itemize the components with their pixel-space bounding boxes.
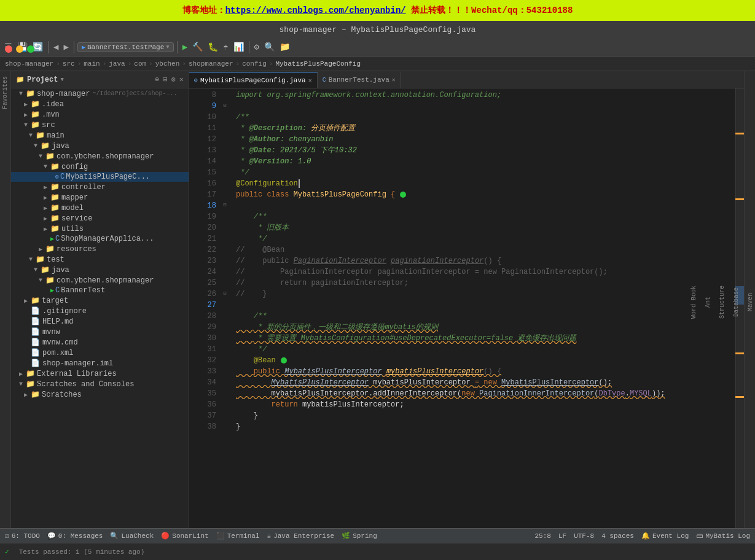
tree-label: target (42, 297, 68, 305)
status-bar: ☑ 6: TODO 💬 0: Messages 🔍 LuaCheck 🔴 Son… (0, 528, 755, 543)
java-enterprise-status[interactable]: ☕ Java Enterprise (267, 532, 335, 540)
sidebar-header: 📁 Project ▼ ⊕ ⊟ ⚙ ✕ (11, 71, 189, 88)
folder-icon: 📁 (31, 120, 40, 130)
tree-item-mvnw-cmd[interactable]: 📄 mvnw.cmd (11, 337, 189, 348)
tab-bannertest[interactable]: C BannerTest.java ✕ (318, 72, 401, 88)
line-separator-status[interactable]: LF (558, 532, 566, 540)
maven-panel-label[interactable]: Maven (746, 290, 755, 314)
ant-panel-label[interactable]: Ant (703, 294, 713, 310)
cursor-position-status[interactable]: 25:8 (535, 532, 551, 540)
tree-item-test-package[interactable]: ▼ 📁 com.ybchen.shopmanager (11, 275, 189, 286)
mybatis-log-status[interactable]: 🗃 MyBatis Log (696, 532, 750, 540)
project-tree: ▼ 📁 shop-manager ~/IdeaProjects/shop-...… (11, 88, 189, 400)
tree-item-root[interactable]: ▼ 📁 shop-manager ~/IdeaProjects/shop-... (11, 88, 189, 99)
breadcrumb-item[interactable]: ybchen (155, 60, 180, 68)
code-editor[interactable]: 8 9 10 11 12 13 14 15 16 17 18 19 20 21 … (189, 88, 744, 528)
tree-item-gitignore[interactable]: 📄 .gitignore (11, 306, 189, 316)
encoding-status[interactable]: UTF-8 (574, 532, 594, 540)
database-panel-label[interactable]: Database (732, 285, 741, 319)
breadcrumb-item[interactable]: java (109, 60, 125, 68)
forward-icon[interactable]: ▶ (61, 41, 70, 53)
breadcrumb-item[interactable]: shopmanager (189, 60, 233, 68)
window-buttons[interactable] (5, 45, 34, 53)
search-icon[interactable]: 🔍 (262, 41, 276, 53)
indent-status[interactable]: 4 spaces (601, 532, 634, 540)
sonarlint-status[interactable]: 🔴 SonarLint (161, 532, 208, 540)
tree-item-config[interactable]: ▼ 📁 config (11, 161, 189, 172)
sidebar-settings-icon[interactable]: ⚙ (171, 75, 176, 84)
git-icon[interactable]: 📁 (278, 41, 292, 53)
tree-item-mvnw[interactable]: 📄 mvnw (11, 327, 189, 337)
favorites-panel-label[interactable]: Favorites (1, 74, 10, 112)
tree-item-java[interactable]: ▼ 📁 java (11, 141, 189, 151)
breadcrumb-item[interactable]: src (63, 60, 75, 68)
tree-item-helpmd[interactable]: 📄 HELP.md (11, 316, 189, 327)
tree-item-external-libs[interactable]: ▶ 📁 External Libraries (11, 368, 189, 379)
coverage-icon[interactable]: ☂ (221, 41, 230, 53)
tree-label: shop-manager.iml (42, 359, 113, 368)
fold-marker-9[interactable]: ⊟ (223, 102, 226, 109)
back-icon[interactable]: ◀ (52, 41, 60, 53)
tab-mybatisconfig[interactable]: ⚙ MybatisPlusPageConfig.java ✕ (189, 72, 318, 88)
tree-item-iml[interactable]: 📄 shop-manager.iml (11, 358, 189, 368)
tree-item-controller[interactable]: ▶ 📁 controller (11, 182, 189, 192)
breadcrumb-item[interactable]: config (242, 60, 267, 68)
wordbook-panel-label[interactable]: Word Book (689, 283, 698, 321)
tree-item-scratches-consoles[interactable]: ▼ 📁 Scratches and Consoles (11, 379, 189, 389)
breadcrumb-item[interactable]: shop-manager (5, 60, 53, 68)
tree-item-pomxml[interactable]: 📄 pom.xml (11, 348, 189, 358)
tree-item-main[interactable]: ▼ 📁 main (11, 130, 189, 141)
folder-icon: 📁 (26, 369, 35, 378)
tree-item-shopmanagerapp[interactable]: ▶ C ShopManagerApplica... (11, 234, 189, 244)
fold-marker-18[interactable]: ⊟ (223, 201, 226, 208)
tree-item-idea[interactable]: ▶ 📁 .idea (11, 99, 189, 109)
fold-marker-27[interactable]: ⊟ (223, 290, 226, 297)
expand-icon: ▶ (41, 184, 50, 191)
tree-item-utils[interactable]: ▶ 📁 utils (11, 224, 189, 234)
debug-icon[interactable]: 🐛 (206, 41, 220, 53)
run-config-dropdown[interactable]: ▶ BannerTest.testPage ▼ (77, 42, 174, 52)
tree-item-test[interactable]: ▼ 📁 test (11, 254, 189, 265)
breadcrumb-current[interactable]: MybatisPlusPageConfig (275, 60, 361, 68)
event-log-status[interactable]: 🔔 Event Log (641, 532, 689, 540)
tree-item-resources[interactable]: ▶ 📁 resources (11, 244, 189, 254)
maximize-button[interactable] (27, 45, 34, 53)
terminal-label: Terminal (227, 532, 260, 540)
tree-item-service[interactable]: ▶ 📁 service (11, 213, 189, 224)
toolbar-separator-2 (74, 41, 74, 53)
todo-status[interactable]: ☑ 6: TODO (5, 532, 40, 540)
tree-item-model[interactable]: ▶ 📁 model (11, 203, 189, 213)
tab-close-button[interactable]: ✕ (308, 77, 312, 84)
sidebar-dropdown[interactable]: ▼ (60, 77, 63, 83)
tree-item-mvn[interactable]: ▶ 📁 .mvn (11, 109, 189, 120)
code-line: * 旧版本 (236, 222, 730, 233)
build-icon[interactable]: 🔨 (190, 41, 205, 53)
luacheck-status[interactable]: 🔍 LuaCheck (110, 532, 154, 540)
profile-icon[interactable]: 📊 (232, 41, 246, 53)
sidebar-close-icon[interactable]: ✕ (179, 75, 184, 84)
sidebar-layout-icon[interactable]: ⊟ (163, 75, 167, 84)
tree-item-mapper[interactable]: ▶ 📁 mapper (11, 192, 189, 203)
tree-item-mybatisconfig[interactable]: ⚙ C MybatisPlusPageC... (11, 172, 189, 182)
tree-item-src[interactable]: ▼ 📁 src (11, 120, 189, 130)
run-button[interactable]: ▶ (181, 41, 189, 53)
tree-item-scratches[interactable]: ▶ 📁 Scratches (11, 389, 189, 400)
tree-label: .gitignore (42, 307, 87, 316)
messages-status[interactable]: 💬 0: Messages (47, 532, 103, 540)
tree-item-test-java[interactable]: ▼ 📁 java (11, 265, 189, 275)
close-button[interactable] (5, 45, 12, 53)
settings-icon[interactable]: ⚙ (252, 41, 261, 53)
spring-status[interactable]: 🌿 Spring (342, 532, 377, 540)
tree-item-bannertest[interactable]: ▶ C BannerTest (11, 286, 189, 295)
breadcrumb-item[interactable]: com (134, 60, 146, 68)
title-bar: shop-manager – MybatisPlusPageConfig.jav… (0, 21, 755, 38)
breadcrumb-item[interactable]: main (84, 60, 100, 68)
structure-panel-label[interactable]: Structure (718, 283, 727, 321)
tree-item-package[interactable]: ▼ 📁 com.ybchen.shopmanager (11, 151, 189, 161)
minimize-button[interactable] (16, 45, 23, 53)
code-content[interactable]: import org.springframework.context.annot… (231, 88, 735, 528)
tab-close-button[interactable]: ✕ (392, 76, 396, 84)
tree-item-target[interactable]: ▶ 📁 target (11, 295, 189, 306)
sidebar-add-icon[interactable]: ⊕ (155, 75, 159, 84)
terminal-status[interactable]: ⬛ Terminal (216, 532, 260, 540)
